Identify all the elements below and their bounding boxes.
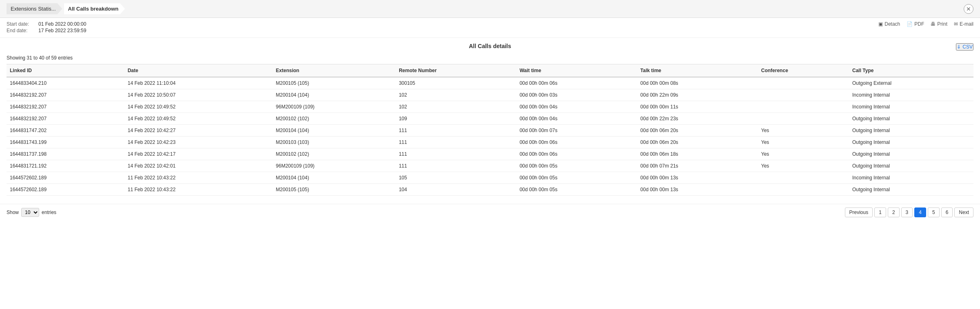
cell-8-0: 1644572602.189 <box>7 172 124 184</box>
col-talk-time: Talk time <box>637 64 758 77</box>
next-button[interactable]: Next <box>954 207 973 217</box>
page-6-button[interactable]: 6 <box>941 207 953 217</box>
table-row: 1644832192.20714 Feb 2022 10:50:07M20010… <box>7 89 973 101</box>
pdf-label: PDF <box>914 21 924 27</box>
table-body: 1644833404.21014 Feb 2022 11:10:04M20010… <box>7 77 973 196</box>
cell-4-1: 14 Feb 2022 10:42:27 <box>124 125 273 137</box>
col-date: Date <box>124 64 273 77</box>
table-header: Linked ID Date Extension Remote Number W… <box>7 64 973 77</box>
page-4-button[interactable]: 4 <box>914 207 926 217</box>
cell-7-5: 00d 00h 07m 21s <box>637 160 758 172</box>
entries-label: entries <box>42 210 56 215</box>
table-row: 1644833404.21014 Feb 2022 11:10:04M20010… <box>7 77 973 89</box>
cell-7-3: 111 <box>396 160 516 172</box>
detach-icon: ▣ <box>878 21 883 27</box>
cell-4-0: 1644831747.202 <box>7 125 124 137</box>
cell-5-5: 00d 00h 06m 20s <box>637 137 758 148</box>
csv-button[interactable]: ⇓ CSV <box>956 43 973 51</box>
cell-3-0: 1644832192.207 <box>7 113 124 125</box>
cell-7-1: 14 Feb 2022 10:42:01 <box>124 160 273 172</box>
page-1-button[interactable]: 1 <box>874 207 886 217</box>
previous-button[interactable]: Previous <box>845 207 873 217</box>
cell-4-2: M200104 (104) <box>273 125 396 137</box>
cell-3-4: 00d 00h 00m 04s <box>516 113 637 125</box>
cell-2-0: 1644832192.207 <box>7 101 124 113</box>
footer-bar: Show 10 25 50 entries Previous 1 2 3 4 5… <box>0 204 980 221</box>
calls-table: Linked ID Date Extension Remote Number W… <box>7 64 973 196</box>
cell-1-4: 00d 00h 00m 03s <box>516 89 637 101</box>
meta-bar: Start date: 01 Feb 2022 00:00:00 End dat… <box>0 18 980 38</box>
entries-select[interactable]: 10 25 50 <box>21 208 39 217</box>
table-row: 1644572602.18911 Feb 2022 10:43:22M20010… <box>7 184 973 196</box>
section-title: All Calls details <box>7 43 973 49</box>
cell-5-4: 00d 00h 00m 06s <box>516 137 637 148</box>
cell-9-2: M200105 (105) <box>273 184 396 196</box>
cell-6-4: 00d 00h 00m 06s <box>516 148 637 160</box>
cell-9-3: 104 <box>396 184 516 196</box>
cell-3-1: 14 Feb 2022 10:49:52 <box>124 113 273 125</box>
cell-3-2: M200102 (102) <box>273 113 396 125</box>
cell-3-5: 00d 00h 22m 23s <box>637 113 758 125</box>
cell-2-3: 102 <box>396 101 516 113</box>
cell-2-7: Incoming Internal <box>849 101 973 113</box>
cell-4-3: 111 <box>396 125 516 137</box>
page-5-button[interactable]: 5 <box>928 207 940 217</box>
cell-6-5: 00d 00h 06m 18s <box>637 148 758 160</box>
cell-2-4: 00d 00h 00m 04s <box>516 101 637 113</box>
cell-9-5: 00d 00h 00m 13s <box>637 184 758 196</box>
cell-1-3: 102 <box>396 89 516 101</box>
table-row: 1644831747.20214 Feb 2022 10:42:27M20010… <box>7 125 973 137</box>
cell-1-1: 14 Feb 2022 10:50:07 <box>124 89 273 101</box>
cell-5-0: 1644831743.199 <box>7 137 124 148</box>
start-date-value: 01 Feb 2022 00:00:00 <box>38 21 86 27</box>
pdf-icon: 📄 <box>907 21 913 27</box>
page-3-button[interactable]: 3 <box>901 207 913 217</box>
cell-1-0: 1644832192.207 <box>7 89 124 101</box>
meta-dates: Start date: 01 Feb 2022 00:00:00 End dat… <box>7 21 878 34</box>
cell-8-3: 105 <box>396 172 516 184</box>
breadcrumb-bar: Extensions Statis... All Calls breakdown… <box>0 0 980 18</box>
col-remote-number: Remote Number <box>396 64 516 77</box>
end-date-value: 17 Feb 2022 23:59:59 <box>38 28 86 33</box>
table-row: 1644832192.20714 Feb 2022 10:49:5296M200… <box>7 101 973 113</box>
col-extension: Extension <box>273 64 396 77</box>
cell-8-6 <box>758 172 849 184</box>
cell-2-6 <box>758 101 849 113</box>
print-button[interactable]: 🖶 Print <box>931 21 947 27</box>
end-date-label: End date: <box>7 28 35 33</box>
close-button[interactable]: ✕ <box>964 4 973 14</box>
table-row: 1644832192.20714 Feb 2022 10:49:52M20010… <box>7 113 973 125</box>
cell-2-2: 96M200109 (109) <box>273 101 396 113</box>
pdf-button[interactable]: 📄 PDF <box>907 21 924 27</box>
entries-info: Showing 31 to 40 of 59 entries <box>7 55 973 61</box>
cell-6-7: Outgoing Internal <box>849 148 973 160</box>
cell-1-6 <box>758 89 849 101</box>
page-2-button[interactable]: 2 <box>888 207 900 217</box>
cell-9-6 <box>758 184 849 196</box>
toolbar-right: ▣ Detach 📄 PDF 🖶 Print ✉ E-mail <box>878 21 973 27</box>
detach-button[interactable]: ▣ Detach <box>878 21 900 27</box>
cell-4-6: Yes <box>758 125 849 137</box>
email-button[interactable]: ✉ E-mail <box>954 21 973 27</box>
cell-0-3: 300105 <box>396 77 516 89</box>
cell-0-5: 00d 00h 00m 08s <box>637 77 758 89</box>
cell-9-1: 11 Feb 2022 10:43:22 <box>124 184 273 196</box>
cell-1-5: 00d 00h 22m 09s <box>637 89 758 101</box>
print-label: Print <box>937 21 947 27</box>
table-row: 1644831737.19814 Feb 2022 10:42:17M20010… <box>7 148 973 160</box>
detach-label: Detach <box>884 21 900 27</box>
col-call-type: Call Type <box>849 64 973 77</box>
csv-download-icon: ⇓ <box>957 44 961 50</box>
cell-3-3: 109 <box>396 113 516 125</box>
content-area: All Calls details ⇓ CSV Showing 31 to 40… <box>0 38 980 201</box>
cell-6-1: 14 Feb 2022 10:42:17 <box>124 148 273 160</box>
breadcrumb-parent[interactable]: Extensions Statis... <box>7 3 62 14</box>
cell-0-6 <box>758 77 849 89</box>
cell-8-4: 00d 00h 00m 05s <box>516 172 637 184</box>
cell-5-1: 14 Feb 2022 10:42:23 <box>124 137 273 148</box>
cell-1-2: M200104 (104) <box>273 89 396 101</box>
cell-5-6: Yes <box>758 137 849 148</box>
show-label: Show <box>7 210 19 215</box>
start-date-row: Start date: 01 Feb 2022 00:00:00 <box>7 21 878 27</box>
cell-8-1: 11 Feb 2022 10:43:22 <box>124 172 273 184</box>
